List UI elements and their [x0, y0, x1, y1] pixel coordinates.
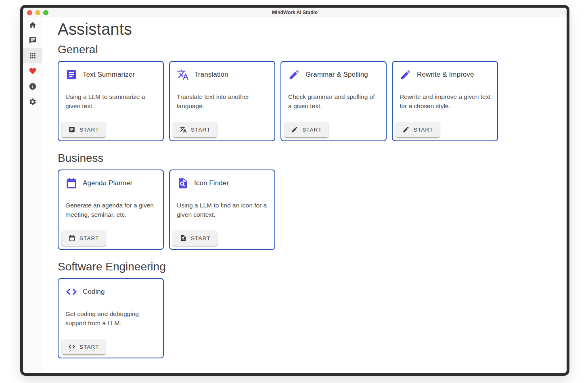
start-button[interactable]: START [285, 122, 329, 137]
card-header: Rewrite & Improve [400, 69, 491, 81]
apps-grid-icon [29, 52, 37, 60]
icon-search-icon [180, 234, 187, 242]
heart-icon [29, 67, 37, 75]
assistant-card: Grammar & Spelling Check grammar and spe… [280, 61, 387, 141]
start-button[interactable]: START [62, 122, 106, 137]
card-title: Text Summarizer [83, 71, 135, 79]
pencil-icon [291, 126, 298, 133]
start-button-label: START [80, 127, 99, 133]
card-description: Using a LLM to find an icon for a given … [177, 201, 268, 219]
titlebar: MindWork AI Studio [23, 8, 567, 17]
sidebar-item-chat[interactable] [23, 33, 42, 48]
assistant-section: Software Engineering Coding Get coding a… [58, 260, 559, 358]
card-header: Coding [65, 286, 157, 298]
card-grid: Coding Get coding and debugging support … [58, 278, 559, 358]
section-title: Business [58, 152, 559, 165]
card-header: Icon Finder [177, 177, 268, 189]
start-button-label: START [302, 127, 322, 133]
chat-icon [29, 36, 37, 44]
start-button-label: START [414, 127, 433, 133]
card-description: Check grammar and spelling of a given te… [288, 92, 379, 111]
card-description: Get coding and debugging support from a … [65, 309, 157, 328]
card-title: Agenda Planner [83, 179, 132, 187]
start-button[interactable]: START [62, 339, 106, 354]
document-icon [68, 126, 75, 133]
card-title: Translation [194, 71, 228, 79]
card-grid: Text Summarizer Using a LLM to summarize… [58, 61, 559, 141]
start-button-label: START [80, 235, 99, 241]
calendar-icon [65, 177, 77, 189]
pencil-icon [402, 126, 410, 133]
start-button[interactable]: START [396, 122, 440, 137]
sidebar-item-home[interactable] [23, 17, 42, 33]
sidebar-item-assistants[interactable] [23, 48, 42, 63]
home-icon [29, 21, 37, 29]
icon-search-icon [177, 177, 189, 189]
pencil-icon [288, 69, 300, 81]
window-title: MindWork AI Studio [23, 10, 567, 15]
start-button-label: START [80, 344, 99, 350]
card-header: Grammar & Spelling [288, 69, 379, 81]
start-button[interactable]: START [173, 230, 217, 246]
section-title: General [58, 43, 559, 56]
card-description: Generate an agenda for a given meeting, … [65, 201, 157, 219]
card-description: Using a LLM to summarize a given text. [65, 92, 157, 111]
app-window: MindWork AI Studio Assistants General Te… [20, 5, 569, 376]
code-icon [68, 343, 75, 350]
start-button-label: START [191, 127, 211, 133]
start-button-label: START [191, 235, 211, 241]
gear-icon [29, 98, 37, 106]
sidebar [23, 17, 42, 373]
card-grid: Agenda Planner Generate an agenda for a … [58, 170, 559, 250]
assistant-card: Icon Finder Using a LLM to find an icon … [169, 170, 275, 250]
translate-icon [180, 126, 187, 133]
start-button[interactable]: START [173, 122, 217, 137]
page-title: Assistants [58, 20, 559, 38]
assistant-card: Coding Get coding and debugging support … [58, 278, 164, 358]
card-description: Translate text into another language. [177, 92, 268, 111]
card-header: Agenda Planner [65, 177, 157, 189]
document-icon [65, 69, 77, 81]
card-title: Coding [83, 288, 105, 296]
card-title: Icon Finder [194, 179, 229, 187]
sidebar-item-settings[interactable] [23, 94, 42, 109]
translate-icon [177, 69, 189, 81]
assistant-section: Business Agenda Planner Generate an agen… [58, 152, 559, 250]
assistant-card: Text Summarizer Using a LLM to summarize… [58, 61, 164, 141]
card-header: Text Summarizer [65, 69, 157, 81]
sidebar-item-favorites[interactable] [23, 63, 42, 79]
info-icon [29, 82, 37, 90]
traffic-lights [23, 10, 48, 15]
assistant-card: Agenda Planner Generate an agenda for a … [58, 170, 164, 250]
calendar-icon [68, 234, 75, 242]
sidebar-item-about[interactable] [23, 79, 42, 94]
card-title: Rewrite & Improve [417, 71, 474, 79]
zoom-window-button[interactable] [43, 10, 48, 15]
minimize-window-button[interactable] [35, 10, 40, 15]
start-button[interactable]: START [62, 230, 106, 246]
card-header: Translation [177, 69, 268, 81]
assistant-card: Rewrite & Improve Rewrite and improve a … [392, 61, 498, 141]
code-icon [65, 286, 77, 298]
card-description: Rewrite and improve a given text for a c… [400, 92, 491, 111]
assistant-card: Translation Translate text into another … [169, 61, 275, 141]
close-window-button[interactable] [27, 10, 32, 15]
assistant-section: General Text Summarizer Using a LLM to s… [58, 43, 559, 141]
card-title: Grammar & Spelling [306, 71, 368, 79]
section-title: Software Engineering [58, 260, 559, 273]
main-content: Assistants General Text Summarizer Using… [42, 17, 567, 373]
pencil-icon [400, 69, 412, 81]
